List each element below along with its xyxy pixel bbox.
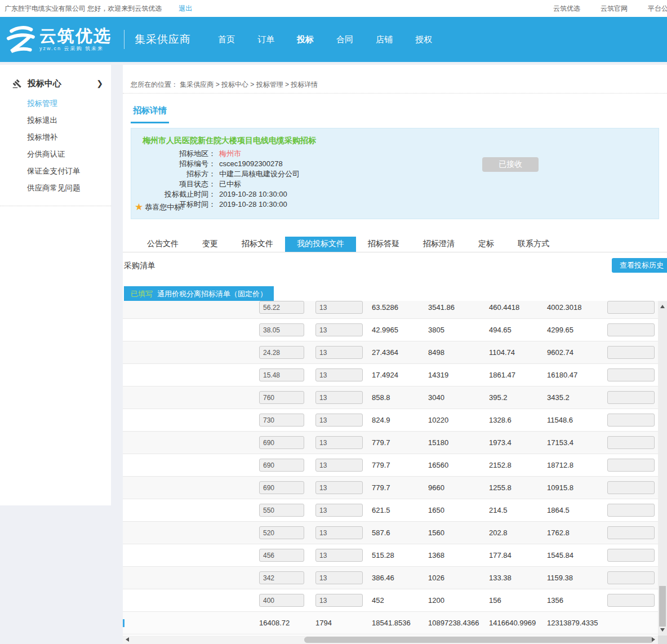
- view-bid-history-button[interactable]: 查看投标历史: [612, 258, 667, 273]
- unit-price-input[interactable]: [259, 504, 304, 517]
- scroll-down-arrow-icon[interactable]: [660, 628, 665, 632]
- price-cell: [259, 323, 315, 336]
- amount-cell: 1560: [428, 528, 489, 537]
- tax-cell: 1973.4: [489, 438, 547, 447]
- unit-price-input[interactable]: [259, 391, 304, 404]
- nav-authorization[interactable]: 授权: [415, 34, 432, 45]
- unit-price-input[interactable]: [259, 594, 304, 607]
- topbar-link-official[interactable]: 云筑官网: [601, 4, 628, 14]
- amount-cell: 1650: [428, 506, 489, 514]
- field-tenderer: 招标方： 中建二局核电建设分公司: [143, 169, 300, 179]
- star-icon: ★: [135, 201, 143, 213]
- tab-announcement-files[interactable]: 公告文件: [135, 237, 190, 252]
- tax-rate-input[interactable]: [315, 459, 363, 472]
- sidebar-item-bid-supplement[interactable]: 投标增补: [0, 129, 111, 146]
- tab-contact[interactable]: 联系方式: [506, 237, 561, 252]
- unit-price-input[interactable]: [259, 346, 304, 359]
- tax-rate-input[interactable]: [315, 346, 363, 359]
- extra-input[interactable]: [607, 323, 655, 336]
- nav-bidding[interactable]: 投标: [297, 34, 314, 45]
- unit-price-input[interactable]: [259, 459, 304, 472]
- extra-input[interactable]: [607, 391, 655, 404]
- extra-input[interactable]: [607, 549, 655, 562]
- sidebar-item-bid-exit[interactable]: 投标退出: [0, 112, 111, 129]
- price-cell: [259, 549, 315, 562]
- topbar-link-yzw[interactable]: 云筑优选: [553, 4, 580, 14]
- tab-award[interactable]: 定标: [466, 237, 506, 252]
- sidebar-title-row[interactable]: 投标中心 ❯: [0, 76, 111, 91]
- table-row: 621.5 1650 214.5 1864.5: [123, 499, 658, 522]
- extra-input[interactable]: [607, 368, 655, 381]
- logout-link[interactable]: 退出: [179, 4, 192, 14]
- yzw-logo[interactable]: 云筑优选 yzw.cn 云采购 筑未来: [5, 24, 112, 55]
- sidebar-item-faq[interactable]: 供应商常见问题: [0, 180, 111, 197]
- chevron-right-icon[interactable]: ❯: [96, 79, 103, 88]
- list-tag[interactable]: 已填写通用价税分离招标清单（固定价）: [124, 286, 274, 301]
- horizontal-scrollbar-thumb[interactable]: [304, 637, 653, 643]
- tax-cell: 1328.6: [489, 416, 547, 424]
- unit-price-input[interactable]: [259, 301, 304, 314]
- tax-rate-input[interactable]: [315, 323, 363, 336]
- sidebar-item-supplier-cert[interactable]: 分供商认证: [0, 146, 111, 163]
- rate-cell: [315, 459, 372, 472]
- total-row: 16408.72 1794 18541.8536 10897238.4366 1…: [123, 612, 658, 634]
- tax-rate-input[interactable]: [315, 594, 363, 607]
- sidebar-item-bid-management[interactable]: 投标管理: [0, 95, 111, 112]
- vertical-scrollbar[interactable]: [658, 301, 667, 636]
- accepted-button[interactable]: 已接收: [482, 157, 539, 172]
- tax-rate-input[interactable]: [315, 414, 363, 427]
- tab-bid-clarification[interactable]: 招标澄清: [411, 237, 466, 252]
- taxed-price-cell: 858.8: [372, 393, 428, 402]
- vertical-scrollbar-thumb[interactable]: [659, 586, 666, 627]
- tab-bid-qa[interactable]: 招标答疑: [356, 237, 411, 252]
- extra-input[interactable]: [607, 571, 655, 584]
- tab-my-bid-files[interactable]: 我的投标文件: [285, 237, 356, 252]
- unit-price-input[interactable]: [259, 571, 304, 584]
- total-cell: 1864.5: [547, 506, 607, 514]
- extra-input[interactable]: [607, 481, 655, 494]
- tax-rate-input[interactable]: [315, 481, 363, 494]
- unit-price-input[interactable]: [259, 526, 304, 539]
- horizontal-scrollbar[interactable]: [123, 636, 658, 644]
- extra-input[interactable]: [607, 526, 655, 539]
- tax-rate-input[interactable]: [315, 436, 363, 449]
- unit-price-input[interactable]: [259, 549, 304, 562]
- tab-changes[interactable]: 变更: [190, 237, 230, 252]
- header-divider: [124, 30, 124, 49]
- extra-input[interactable]: [607, 594, 655, 607]
- tax-rate-input[interactable]: [315, 301, 363, 314]
- rate-cell: [315, 571, 372, 584]
- extra-input[interactable]: [607, 301, 655, 314]
- extra-input[interactable]: [607, 459, 655, 472]
- unit-price-input[interactable]: [259, 368, 304, 381]
- unit-price-input[interactable]: [259, 481, 304, 494]
- unit-price-input[interactable]: [259, 436, 304, 449]
- scroll-right-arrow-icon[interactable]: [652, 637, 655, 642]
- nav-shop[interactable]: 店铺: [376, 34, 393, 45]
- tax-rate-input[interactable]: [315, 368, 363, 381]
- topbar-link-announcement[interactable]: 平台公告: [648, 4, 667, 14]
- total-cell: 4002.3018: [547, 303, 607, 312]
- scroll-up-arrow-icon[interactable]: [660, 305, 665, 308]
- tab-bid-detail[interactable]: 招标详情: [131, 105, 169, 123]
- total-rate: 1794: [315, 619, 372, 627]
- tax-rate-input[interactable]: [315, 504, 363, 517]
- scroll-left-arrow-icon[interactable]: [126, 637, 129, 642]
- extra-input[interactable]: [607, 504, 655, 517]
- extra-input[interactable]: [607, 346, 655, 359]
- tab-bid-files[interactable]: 招标文件: [230, 237, 285, 252]
- tax-rate-input[interactable]: [315, 549, 363, 562]
- project-title[interactable]: 梅州市人民医院新住院大楼项目电线电缆采购招标: [143, 136, 316, 146]
- extra-input[interactable]: [607, 414, 655, 427]
- unit-price-input[interactable]: [259, 414, 304, 427]
- sidebar-item-deposit-orders[interactable]: 保证金支付订单: [0, 163, 111, 180]
- unit-price-input[interactable]: [259, 323, 304, 336]
- tax-rate-input[interactable]: [315, 391, 363, 404]
- extra-input[interactable]: [607, 436, 655, 449]
- nav-orders[interactable]: 订单: [257, 34, 274, 45]
- tax-rate-input[interactable]: [315, 571, 363, 584]
- nav-home[interactable]: 首页: [218, 34, 235, 45]
- nav-contracts[interactable]: 合同: [336, 34, 353, 45]
- breadcrumb-path[interactable]: 集采供应商 > 投标中心 > 投标管理 > 投标详情: [180, 81, 318, 88]
- tax-rate-input[interactable]: [315, 526, 363, 539]
